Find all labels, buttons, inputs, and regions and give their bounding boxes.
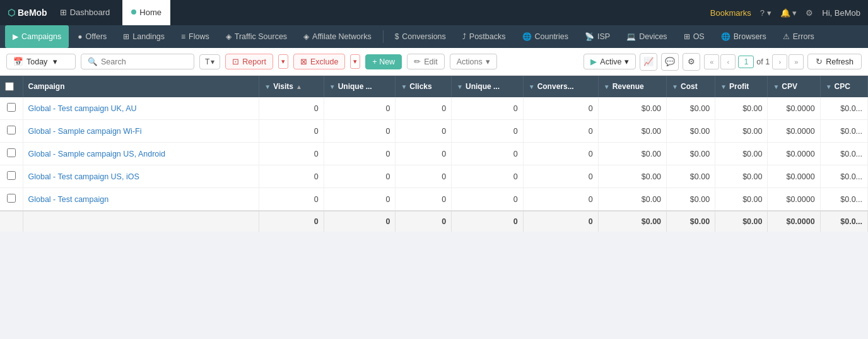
current-page[interactable]: 1	[738, 56, 754, 68]
devices-icon: 💻	[626, 32, 636, 41]
row-visits: 0	[259, 165, 324, 188]
filter-profit-icon: ▼	[720, 83, 727, 90]
next-page-btn[interactable]: ›	[772, 54, 787, 69]
row-campaign[interactable]: Global - Test campaign US, iOS	[23, 165, 259, 188]
row-checkbox-cell[interactable]	[0, 165, 23, 188]
filter-badge[interactable]: T ▾	[199, 54, 220, 69]
sidebar-item-flows[interactable]: ≡ Flows	[173, 25, 217, 48]
message-btn[interactable]: 💬	[661, 53, 679, 71]
report-button[interactable]: ⊡ Report	[225, 54, 273, 69]
bookmarks-btn[interactable]: Bookmarks	[710, 8, 751, 18]
header-checkbox[interactable]	[0, 76, 23, 97]
sidebar-item-isp[interactable]: 📡 ISP	[577, 25, 618, 48]
campaigns-table-container: Campaign ▼ Visits ▲ ▼ Unique ...	[0, 76, 868, 232]
edit-label: Edit	[424, 57, 438, 66]
header-cpc[interactable]: ▼ CPC	[820, 76, 867, 97]
row-checkbox[interactable]	[7, 126, 16, 134]
filter-unique2-icon: ▼	[457, 83, 463, 90]
sidebar-item-traffic-sources[interactable]: ◈ Traffic Sources	[218, 25, 295, 48]
search-input[interactable]	[101, 57, 177, 66]
row-cpc: $0.0...	[820, 188, 867, 211]
select-all-checkbox[interactable]	[5, 82, 14, 91]
row-checkbox[interactable]	[7, 148, 16, 157]
bemob-logo[interactable]: ⬡ BeMob	[8, 8, 47, 18]
sidebar-item-offers[interactable]: ● Offers	[70, 25, 114, 48]
first-page-btn[interactable]: «	[704, 54, 719, 69]
affiliate-label: Affilate Networks	[312, 32, 372, 41]
last-page-btn[interactable]: »	[789, 54, 804, 69]
row-checkbox-cell[interactable]	[0, 143, 23, 165]
sidebar-item-conversions[interactable]: $ Conversions	[387, 25, 454, 48]
exclude-chevron-icon[interactable]: ▾	[350, 54, 360, 69]
actions-button[interactable]: Actions ▾	[450, 54, 497, 69]
row-checkbox-cell[interactable]	[0, 120, 23, 143]
footer-visits: 0	[259, 211, 324, 232]
visits-col-label: Visits	[273, 82, 293, 91]
table-footer-row: 0 0 0 0 0 $0.00 $0.00 $0.00 $0.0000 $0.0…	[0, 211, 868, 232]
header-campaign[interactable]: Campaign	[23, 76, 259, 97]
edit-button[interactable]: ✏ Edit	[407, 54, 445, 69]
sidebar-item-devices[interactable]: 💻 Devices	[619, 25, 674, 48]
settings-btn[interactable]: ⚙	[806, 8, 813, 18]
row-clicks: 0	[396, 120, 452, 143]
footer-unique2: 0	[452, 211, 524, 232]
row-unique2: 0	[452, 97, 524, 120]
header-revenue[interactable]: ▼ Revenue	[598, 76, 666, 97]
sidebar-item-os[interactable]: ⊞ OS	[676, 25, 712, 48]
sidebar-item-affiliate-networks[interactable]: ◈ Affilate Networks	[296, 25, 379, 48]
row-cpv: $0.0000	[768, 188, 820, 211]
row-campaign[interactable]: Global - Sample campaign US, Android	[23, 143, 259, 165]
tab-dashboard[interactable]: ⊞ Dashboard	[51, 0, 119, 25]
header-clicks[interactable]: ▼ Clicks	[396, 76, 452, 97]
report-chevron-icon[interactable]: ▾	[278, 54, 288, 69]
row-conversions: 0	[523, 97, 598, 120]
row-campaign[interactable]: Global - Test campaign	[23, 188, 259, 211]
row-profit: $0.00	[715, 97, 768, 120]
new-button[interactable]: + New	[365, 54, 402, 69]
header-cpv[interactable]: ▼ CPV	[768, 76, 820, 97]
header-unique2[interactable]: ▼ Unique ...	[452, 76, 524, 97]
row-checkbox-cell[interactable]	[0, 97, 23, 120]
row-campaign[interactable]: Global - Test campaign UK, AU	[23, 97, 259, 120]
row-checkbox-cell[interactable]	[0, 188, 23, 211]
notifications-btn[interactable]: 🔔 ▾	[780, 8, 797, 18]
filter-cpc-icon: ▼	[826, 83, 832, 90]
user-btn[interactable]: Hi, BeMob	[822, 8, 860, 18]
search-box[interactable]: 🔍	[81, 54, 194, 69]
row-checkbox[interactable]	[7, 171, 16, 180]
sidebar-item-postbacks[interactable]: ⤴ Postbacks	[455, 25, 513, 48]
chart-btn[interactable]: 📈	[640, 53, 657, 71]
header-conversions[interactable]: ▼ Convers...	[523, 76, 598, 97]
header-visits[interactable]: ▼ Visits ▲	[259, 76, 324, 97]
row-cpv: $0.0000	[768, 120, 820, 143]
header-cost[interactable]: ▼ Cost	[667, 76, 715, 97]
settings-btn[interactable]: ⚙	[683, 53, 700, 71]
sidebar-item-campaigns[interactable]: ▶ Campaigns	[5, 25, 69, 48]
gear-icon: ⚙	[688, 57, 695, 66]
active-filter-btn[interactable]: ▶ Active ▾	[584, 54, 636, 69]
header-unique1[interactable]: ▼ Unique ...	[324, 76, 396, 97]
row-campaign[interactable]: Global - Sample campaign Wi-Fi	[23, 120, 259, 143]
landings-label: Landings	[132, 32, 165, 41]
row-checkbox[interactable]	[7, 103, 16, 112]
help-btn[interactable]: ? ▾	[760, 8, 771, 18]
tab-home[interactable]: Home	[122, 0, 170, 25]
sidebar-item-browsers[interactable]: 🌐 Browsers	[713, 25, 774, 48]
sidebar-item-errors[interactable]: ⚠ Errors	[775, 25, 822, 48]
exclude-button[interactable]: ⊠ Exclude	[293, 54, 345, 69]
prev-page-btn[interactable]: ‹	[720, 54, 736, 69]
refresh-button[interactable]: ↻ Refresh	[807, 54, 862, 69]
date-picker[interactable]: 📅 Today ▾	[6, 54, 76, 69]
sidebar-item-countries[interactable]: 🌐 Countries	[515, 25, 577, 48]
table-row: Global - Test campaign UK, AU 0 0 0 0 0 …	[0, 97, 868, 120]
toolbar: 📅 Today ▾ 🔍 T ▾ ⊡ Report ▾ ⊠ Exclude ▾ +…	[0, 48, 868, 76]
top-nav: ⬡ BeMob ⊞ Dashboard Home Bookmarks ? ▾ 🔔…	[0, 0, 868, 25]
row-revenue: $0.00	[598, 143, 666, 165]
header-profit[interactable]: ▼ Profit	[715, 76, 768, 97]
row-cost: $0.00	[667, 165, 715, 188]
sidebar-item-landings[interactable]: ⊞ Landings	[115, 25, 172, 48]
row-checkbox[interactable]	[7, 194, 16, 203]
row-conversions: 0	[523, 143, 598, 165]
postbacks-icon: ⤴	[462, 32, 466, 41]
row-revenue: $0.00	[598, 188, 666, 211]
